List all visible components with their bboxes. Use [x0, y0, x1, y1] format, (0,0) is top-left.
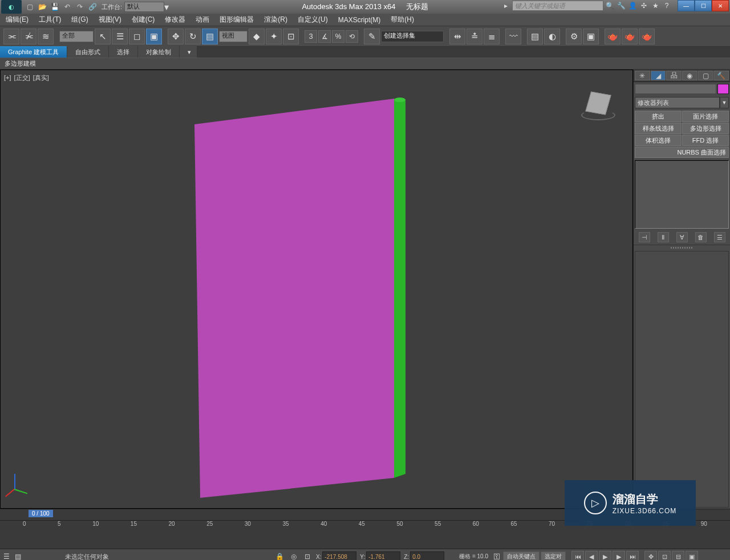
isolate-icon[interactable]: ◎: [289, 551, 299, 560]
keymode-button[interactable]: ⊡: [283, 29, 299, 44]
unlink-button[interactable]: ⫘̸: [21, 29, 36, 44]
spinner-snap-button[interactable]: ⟲: [346, 30, 358, 43]
exchange-icon[interactable]: ✣: [639, 1, 649, 11]
modifier-list-dropdown[interactable]: 修改器列表: [635, 97, 720, 108]
help-icon[interactable]: ?: [662, 1, 672, 11]
mirror-button[interactable]: ⇹: [449, 29, 465, 44]
cmd-tab-modify[interactable]: ◢: [651, 71, 666, 80]
cylinder-object[interactable]: [394, 99, 405, 478]
percent-snap-button[interactable]: %: [332, 30, 344, 43]
named-selection-dropdown[interactable]: 创建选择集: [381, 31, 444, 42]
object-color-swatch[interactable]: [717, 84, 729, 94]
next-frame-button[interactable]: ▶: [613, 551, 625, 560]
goto-end-button[interactable]: ⏭: [626, 551, 639, 560]
make-unique-button[interactable]: ∀: [676, 232, 688, 242]
search-icon[interactable]: 🔍: [605, 1, 615, 11]
configure-sets-button[interactable]: ☰: [714, 232, 725, 242]
chevron-down-icon[interactable]: ▼: [720, 97, 729, 108]
viewport-shading-name[interactable]: [真实]: [33, 74, 49, 81]
btn-spline-select[interactable]: 样条线选择: [635, 123, 682, 134]
menu-group[interactable]: 组(G): [71, 15, 88, 25]
curve-editor-button[interactable]: 〰: [505, 29, 521, 44]
layers-button[interactable]: ≣: [484, 29, 500, 44]
cmd-tab-utilities[interactable]: 🔨: [713, 71, 729, 80]
nav-button-d[interactable]: ▣: [686, 551, 698, 560]
align-button[interactable]: ≛: [467, 29, 482, 44]
snap-3-button[interactable]: 3: [305, 30, 317, 43]
ribbon-expand-button[interactable]: ▾: [180, 46, 197, 58]
menu-edit[interactable]: 编辑(E): [6, 15, 29, 25]
viewport-view-name[interactable]: [正交]: [14, 74, 30, 81]
window-crossing-button[interactable]: ▣: [146, 29, 162, 44]
rollout-area[interactable]: [635, 251, 729, 508]
ribbon-tab-selection[interactable]: 选择: [109, 46, 137, 58]
manip-button[interactable]: ✦: [266, 29, 282, 44]
viewcube[interactable]: [581, 87, 615, 121]
viewport-max-toggle[interactable]: [+]: [4, 74, 11, 81]
close-button[interactable]: ✕: [712, 0, 729, 11]
transform-type-in-icon[interactable]: ⊡: [302, 551, 313, 560]
render-setup-button[interactable]: ⚙: [566, 29, 582, 44]
render-iterative-button[interactable]: 🫖: [622, 29, 638, 44]
menu-render[interactable]: 渲染(R): [264, 15, 287, 25]
link-icon[interactable]: 🔗: [87, 2, 98, 12]
cmd-tab-hierarchy[interactable]: 品: [666, 71, 682, 80]
frame-indicator[interactable]: 0 / 100: [29, 510, 53, 517]
btn-extrude[interactable]: 挤出: [635, 111, 682, 122]
goto-start-button[interactable]: ⏮: [571, 551, 584, 560]
select-name-button[interactable]: ☰: [112, 29, 128, 44]
rotate-button[interactable]: ↻: [185, 29, 201, 44]
x-input[interactable]: -217.508: [322, 551, 356, 560]
btn-nurbs-select[interactable]: NURBS 曲面选择: [635, 147, 729, 158]
nav-button-b[interactable]: ⊡: [658, 551, 671, 560]
signin-icon[interactable]: 👤: [627, 1, 638, 11]
menu-anim[interactable]: 动画: [196, 15, 209, 25]
z-input[interactable]: 0.0: [410, 551, 444, 560]
render-frame-button[interactable]: ▣: [583, 29, 599, 44]
play-button[interactable]: ▶: [599, 551, 611, 560]
workspace-dropdown[interactable]: 默认: [124, 2, 164, 12]
auto-key-button[interactable]: 自动关键点: [503, 551, 540, 560]
btn-ffd-select[interactable]: FFD 选择: [682, 135, 729, 146]
ribbon-panel-label[interactable]: 多边形建模: [5, 59, 36, 68]
plane-object[interactable]: [194, 99, 394, 498]
render-prod-button[interactable]: 🫖: [639, 29, 655, 44]
open-icon[interactable]: 📂: [36, 2, 48, 12]
material-editor-button[interactable]: ◐: [544, 29, 560, 44]
angle-snap-button[interactable]: ∡: [318, 30, 331, 43]
rect-select-button[interactable]: ◻: [129, 29, 145, 44]
btn-face-select[interactable]: 面片选择: [682, 111, 729, 122]
key-icon[interactable]: ⚿: [492, 551, 502, 560]
chevron-down-icon[interactable]: ▾: [164, 2, 169, 13]
menu-views[interactable]: 视图(V): [99, 15, 121, 25]
edit-named-sel-button[interactable]: ✎: [364, 29, 380, 44]
new-icon[interactable]: ▢: [24, 2, 35, 12]
refcoord-dropdown[interactable]: 视图: [219, 31, 248, 42]
ribbon-tab-graphite[interactable]: Graphite 建模工具: [0, 46, 67, 58]
bind-button[interactable]: ≋: [38, 29, 54, 44]
viewport[interactable]: [+] [正交] [真实]: [0, 70, 633, 509]
cmd-tab-motion[interactable]: ◉: [682, 71, 697, 80]
select-button[interactable]: ↖: [95, 29, 111, 44]
ribbon-tab-freeform[interactable]: 自由形式: [67, 46, 108, 58]
y-input[interactable]: -1.761: [366, 551, 400, 560]
menu-tools[interactable]: 工具(T): [39, 15, 61, 25]
nav-button-a[interactable]: ✥: [644, 551, 657, 560]
save-icon[interactable]: 💾: [49, 2, 60, 12]
link-button[interactable]: ⫘: [3, 29, 19, 44]
selection-filter-dropdown[interactable]: 全部: [59, 31, 94, 42]
redo-icon[interactable]: ↷: [74, 2, 86, 12]
btn-vol-select[interactable]: 体积选择: [635, 135, 682, 146]
show-end-button[interactable]: Ⅱ: [658, 232, 669, 242]
selected-sub-button[interactable]: 选定对: [541, 551, 566, 560]
lock-selection-icon[interactable]: 🔒: [275, 551, 285, 560]
wrench-icon[interactable]: 🔧: [616, 1, 626, 11]
nav-button-c[interactable]: ⊟: [672, 551, 684, 560]
app-icon[interactable]: ◐: [1, 0, 22, 14]
menu-graph[interactable]: 图形编辑器: [220, 15, 254, 25]
render-button[interactable]: 🫖: [605, 29, 620, 44]
menu-create[interactable]: 创建(C): [132, 15, 155, 25]
modifier-stack[interactable]: [635, 160, 729, 229]
arrow-icon[interactable]: ▸: [501, 1, 511, 11]
viewport-label[interactable]: [+] [正交] [真实]: [4, 74, 50, 82]
